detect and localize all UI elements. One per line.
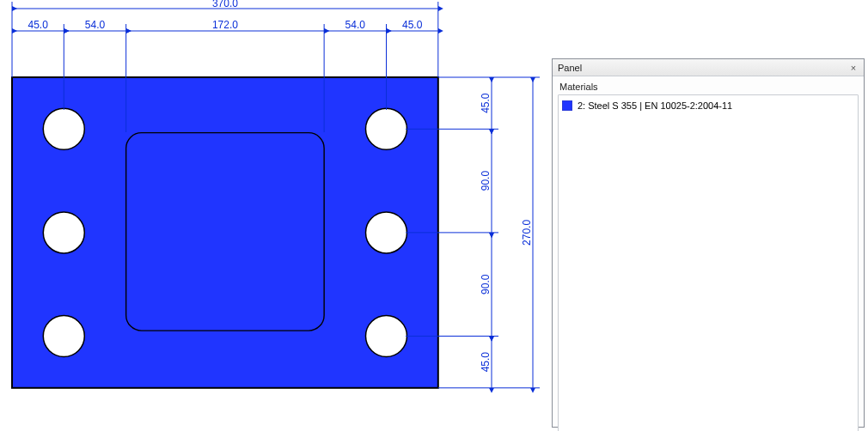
svg-point-4 [366, 212, 407, 253]
dim-top-gap-left: 54.0 [85, 19, 106, 31]
dim-top-center: 172.0 [212, 19, 238, 31]
material-label: 2: Steel S 355 | EN 10025-2:2004-11 [578, 100, 732, 111]
svg-point-5 [366, 316, 407, 357]
dim-overall-height: 270.0 [521, 220, 533, 246]
dim-top-gap-right: 54.0 [345, 19, 366, 31]
materials-panel: Panel × Materials 2: Steel S 355 | EN 10… [552, 58, 865, 428]
dim-top-right-edge: 45.0 [402, 19, 423, 31]
svg-point-2 [43, 316, 84, 357]
panel-title: Panel [558, 63, 847, 73]
panel-header[interactable]: Panel × [553, 59, 864, 76]
material-item[interactable]: 2: Steel S 355 | EN 10025-2:2004-11 [562, 99, 854, 112]
materials-list[interactable]: 2: Steel S 355 | EN 10025-2:2004-11 [558, 94, 859, 431]
material-swatch [562, 100, 572, 111]
dim-top-left-edge: 45.0 [28, 19, 48, 31]
engineering-drawing: 370.0 45.0 54.0 172.0 54.0 45.0 [0, 0, 550, 431]
dim-right-gap-bottom: 90.0 [480, 274, 492, 294]
materials-section-label: Materials [559, 82, 859, 92]
dim-right-top-edge: 45.0 [480, 93, 492, 113]
dim-right-bottom-edge: 45.0 [480, 352, 492, 373]
close-icon[interactable]: × [847, 63, 860, 73]
svg-point-1 [43, 212, 84, 253]
top-dimension-texts: 370.0 45.0 54.0 172.0 54.0 45.0 [28, 0, 422, 31]
svg-point-0 [43, 108, 84, 149]
svg-point-3 [366, 108, 407, 149]
dim-right-gap-top: 90.0 [480, 171, 492, 191]
dim-overall-width: 370.0 [212, 0, 238, 9]
